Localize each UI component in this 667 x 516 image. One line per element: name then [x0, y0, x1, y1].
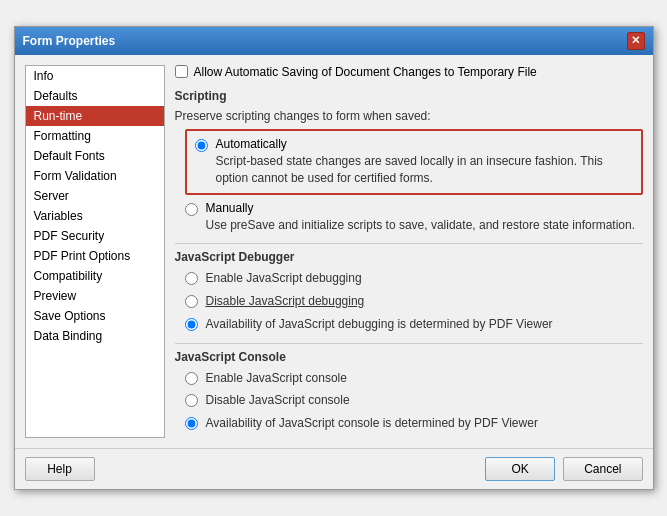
sidebar-item-defaults[interactable]: Defaults — [26, 86, 164, 106]
availability-debugging-option: Availability of JavaScript debugging is … — [185, 316, 643, 333]
cancel-button[interactable]: Cancel — [563, 457, 642, 481]
debugger-divider — [175, 243, 643, 244]
sidebar: Info Defaults Run-time Formatting Defaul… — [25, 65, 165, 438]
form-properties-dialog: Form Properties ✕ Info Defaults Run-time… — [14, 26, 654, 490]
console-divider — [175, 343, 643, 344]
sidebar-item-preview[interactable]: Preview — [26, 286, 164, 306]
availability-console-label: Availability of JavaScript console is de… — [206, 415, 538, 432]
availability-debugging-radio[interactable] — [185, 318, 198, 331]
autosave-checkbox[interactable] — [175, 65, 188, 78]
automatically-option: Automatically Script-based state changes… — [185, 129, 643, 195]
scripting-section-header: Scripting — [175, 89, 643, 103]
disable-debugging-radio[interactable] — [185, 295, 198, 308]
sidebar-item-pdf-print-options[interactable]: PDF Print Options — [26, 246, 164, 266]
autosave-label: Allow Automatic Saving of Document Chang… — [194, 65, 537, 79]
sidebar-item-formatting[interactable]: Formatting — [26, 126, 164, 146]
availability-console-option: Availability of JavaScript console is de… — [185, 415, 643, 432]
enable-console-radio[interactable] — [185, 372, 198, 385]
sidebar-item-variables[interactable]: Variables — [26, 206, 164, 226]
availability-console-radio[interactable] — [185, 417, 198, 430]
dialog-body: Info Defaults Run-time Formatting Defaul… — [15, 55, 653, 448]
sidebar-item-runtime[interactable]: Run-time — [26, 106, 164, 126]
manually-radio[interactable] — [185, 203, 198, 216]
sidebar-item-compatibility[interactable]: Compatibility — [26, 266, 164, 286]
js-console-radio-group: Enable JavaScript console Disable JavaSc… — [175, 370, 643, 432]
title-bar: Form Properties ✕ — [15, 27, 653, 55]
enable-debugging-option: Enable JavaScript debugging — [185, 270, 643, 287]
js-debugger-radio-group: Enable JavaScript debugging Disable Java… — [175, 270, 643, 332]
manually-content: Manually Use preSave and initialize scri… — [206, 201, 636, 234]
js-console-section-header: JavaScript Console — [175, 350, 643, 364]
content-area: Allow Automatic Saving of Document Chang… — [175, 65, 643, 438]
automatically-desc: Script-based state changes are saved loc… — [216, 153, 633, 187]
sidebar-item-info[interactable]: Info — [26, 66, 164, 86]
enable-debugging-radio[interactable] — [185, 272, 198, 285]
automatically-content: Automatically Script-based state changes… — [216, 137, 633, 187]
manually-desc: Use preSave and initialize scripts to sa… — [206, 217, 636, 234]
footer-right: OK Cancel — [485, 457, 642, 481]
sidebar-item-pdf-security[interactable]: PDF Security — [26, 226, 164, 246]
sidebar-item-form-validation[interactable]: Form Validation — [26, 166, 164, 186]
sidebar-item-save-options[interactable]: Save Options — [26, 306, 164, 326]
manually-label: Manually — [206, 201, 636, 215]
sidebar-item-data-binding[interactable]: Data Binding — [26, 326, 164, 346]
manually-option: Manually Use preSave and initialize scri… — [185, 201, 643, 234]
dialog-title: Form Properties — [23, 34, 116, 48]
availability-debugging-label: Availability of JavaScript debugging is … — [206, 316, 553, 333]
disable-console-radio[interactable] — [185, 394, 198, 407]
help-button[interactable]: Help — [25, 457, 95, 481]
automatically-radio[interactable] — [195, 139, 208, 152]
sidebar-item-server[interactable]: Server — [26, 186, 164, 206]
enable-console-option: Enable JavaScript console — [185, 370, 643, 387]
close-button[interactable]: ✕ — [627, 32, 645, 50]
enable-console-label: Enable JavaScript console — [206, 370, 347, 387]
disable-debugging-option: Disable JavaScript debugging — [185, 293, 643, 310]
ok-button[interactable]: OK — [485, 457, 555, 481]
enable-debugging-label: Enable JavaScript debugging — [206, 270, 362, 287]
disable-console-label: Disable JavaScript console — [206, 392, 350, 409]
disable-console-option: Disable JavaScript console — [185, 392, 643, 409]
dialog-footer: Help OK Cancel — [15, 448, 653, 489]
js-debugger-section-header: JavaScript Debugger — [175, 250, 643, 264]
autosave-row: Allow Automatic Saving of Document Chang… — [175, 65, 643, 79]
automatically-label: Automatically — [216, 137, 633, 151]
sidebar-item-default-fonts[interactable]: Default Fonts — [26, 146, 164, 166]
scripting-radio-group: Automatically Script-based state changes… — [175, 129, 643, 233]
scripting-sublabel: Preserve scripting changes to form when … — [175, 109, 643, 123]
disable-debugging-label: Disable JavaScript debugging — [206, 293, 365, 310]
